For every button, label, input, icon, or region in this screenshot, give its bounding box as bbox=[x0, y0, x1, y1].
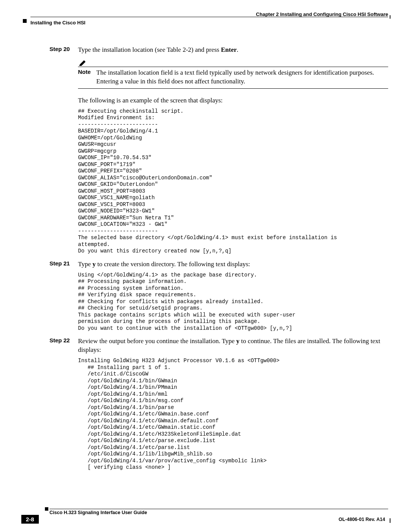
step-22-body: Review the output before you continue th… bbox=[78, 337, 388, 355]
document-page: Chapter 2 Installing and Configuring Cis… bbox=[0, 0, 411, 532]
footer-rule bbox=[49, 509, 388, 509]
step-21-label: Step 21 bbox=[49, 260, 78, 269]
header-section: Installing the Cisco HSI bbox=[30, 20, 85, 26]
note-block: Note The installation location field is … bbox=[78, 59, 388, 89]
header-rule bbox=[30, 17, 388, 17]
step-21-text-bold: y bbox=[92, 260, 96, 268]
step-21-text-post: to create the version directory. The fol… bbox=[96, 260, 250, 268]
footer-square-icon bbox=[45, 507, 48, 511]
code-block-2: Using </opt/GoldWing/4.1> as the package… bbox=[78, 272, 388, 332]
footer-title: Cisco H.323 Signaling Interface User Gui… bbox=[49, 510, 147, 515]
step-20-text-post: . bbox=[237, 46, 238, 53]
note-label: Note bbox=[78, 69, 96, 86]
step-22-row: Step 22 Review the output before you con… bbox=[49, 337, 388, 355]
step-20-row: Step 20 Type the installation location (… bbox=[49, 46, 388, 54]
code-block-1: ## Executing checkinstall script. Modifi… bbox=[78, 108, 388, 255]
step-20-text-bold: Enter bbox=[221, 46, 237, 53]
step-22-text-pre: Review the output before you continue th… bbox=[78, 337, 236, 345]
footer-page-number: 2-8 bbox=[21, 515, 39, 524]
footer-revision: OL-4806-01 Rev. A14 bbox=[339, 517, 385, 522]
example-intro-paragraph: The following is an example of the scree… bbox=[78, 96, 388, 105]
pencil-icon bbox=[79, 59, 88, 66]
header-square-icon bbox=[23, 19, 27, 23]
content-area: Step 20 Type the installation location (… bbox=[49, 46, 388, 476]
step-20-text-pre: Type the installation location (see Tabl… bbox=[78, 46, 221, 53]
step-20-body: Type the installation location (see Tabl… bbox=[78, 46, 388, 54]
step-21-row: Step 21 Type y to create the version dir… bbox=[49, 260, 388, 269]
code-block-3: Installing GoldWing H323 Adjunct Process… bbox=[78, 358, 388, 471]
step-21-body: Type y to create the version directory. … bbox=[78, 260, 388, 269]
note-text: The installation location field is a tex… bbox=[96, 69, 388, 86]
step-20-label: Step 20 bbox=[49, 46, 78, 54]
header-chapter: Chapter 2 Installing and Configuring Cis… bbox=[256, 11, 388, 17]
footer-tick-icon bbox=[390, 518, 390, 523]
header-tick-icon bbox=[390, 15, 390, 19]
step-21-text-pre: Type bbox=[78, 260, 92, 268]
step-22-label: Step 22 bbox=[49, 337, 78, 355]
